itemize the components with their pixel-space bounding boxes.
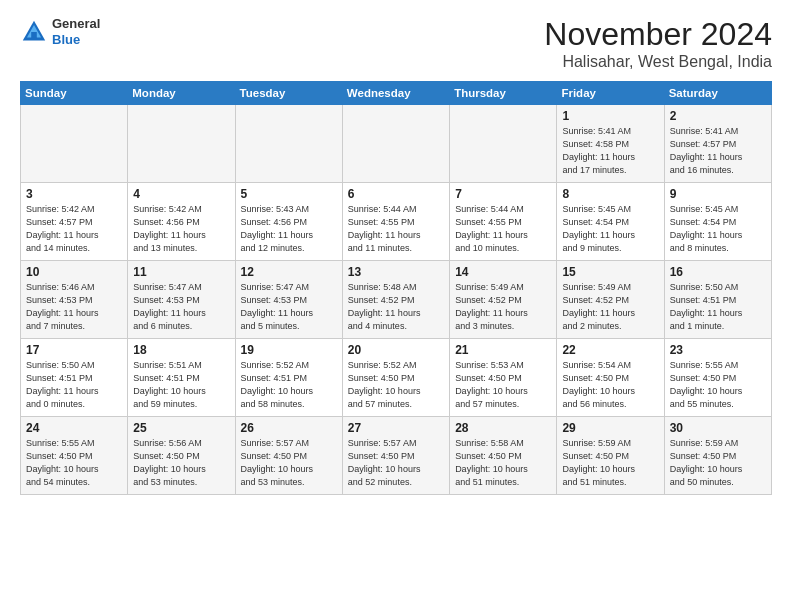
day-number: 17 (26, 343, 122, 357)
day-info: Sunrise: 5:54 AM Sunset: 4:50 PM Dayligh… (562, 359, 658, 411)
day-cell: 16Sunrise: 5:50 AM Sunset: 4:51 PM Dayli… (664, 261, 771, 339)
day-number: 22 (562, 343, 658, 357)
day-cell: 15Sunrise: 5:49 AM Sunset: 4:52 PM Dayli… (557, 261, 664, 339)
day-info: Sunrise: 5:53 AM Sunset: 4:50 PM Dayligh… (455, 359, 551, 411)
day-number: 12 (241, 265, 337, 279)
day-number: 29 (562, 421, 658, 435)
day-cell: 8Sunrise: 5:45 AM Sunset: 4:54 PM Daylig… (557, 183, 664, 261)
day-number: 18 (133, 343, 229, 357)
day-info: Sunrise: 5:51 AM Sunset: 4:51 PM Dayligh… (133, 359, 229, 411)
day-number: 7 (455, 187, 551, 201)
day-cell: 12Sunrise: 5:47 AM Sunset: 4:53 PM Dayli… (235, 261, 342, 339)
location: Halisahar, West Bengal, India (544, 53, 772, 71)
day-cell: 6Sunrise: 5:44 AM Sunset: 4:55 PM Daylig… (342, 183, 449, 261)
day-number: 6 (348, 187, 444, 201)
day-number: 8 (562, 187, 658, 201)
day-cell: 2Sunrise: 5:41 AM Sunset: 4:57 PM Daylig… (664, 105, 771, 183)
day-number: 27 (348, 421, 444, 435)
day-info: Sunrise: 5:49 AM Sunset: 4:52 PM Dayligh… (455, 281, 551, 333)
day-cell: 19Sunrise: 5:52 AM Sunset: 4:51 PM Dayli… (235, 339, 342, 417)
day-number: 30 (670, 421, 766, 435)
day-info: Sunrise: 5:47 AM Sunset: 4:53 PM Dayligh… (133, 281, 229, 333)
day-cell: 20Sunrise: 5:52 AM Sunset: 4:50 PM Dayli… (342, 339, 449, 417)
day-info: Sunrise: 5:44 AM Sunset: 4:55 PM Dayligh… (348, 203, 444, 255)
day-number: 21 (455, 343, 551, 357)
day-info: Sunrise: 5:52 AM Sunset: 4:50 PM Dayligh… (348, 359, 444, 411)
day-info: Sunrise: 5:49 AM Sunset: 4:52 PM Dayligh… (562, 281, 658, 333)
day-number: 25 (133, 421, 229, 435)
day-cell: 26Sunrise: 5:57 AM Sunset: 4:50 PM Dayli… (235, 417, 342, 495)
title-area: November 2024 Halisahar, West Bengal, In… (544, 16, 772, 71)
week-row-4: 17Sunrise: 5:50 AM Sunset: 4:51 PM Dayli… (21, 339, 772, 417)
day-number: 2 (670, 109, 766, 123)
day-cell: 23Sunrise: 5:55 AM Sunset: 4:50 PM Dayli… (664, 339, 771, 417)
day-number: 15 (562, 265, 658, 279)
day-number: 3 (26, 187, 122, 201)
day-cell: 7Sunrise: 5:44 AM Sunset: 4:55 PM Daylig… (450, 183, 557, 261)
svg-rect-2 (31, 32, 37, 39)
day-info: Sunrise: 5:56 AM Sunset: 4:50 PM Dayligh… (133, 437, 229, 489)
day-info: Sunrise: 5:42 AM Sunset: 4:56 PM Dayligh… (133, 203, 229, 255)
day-cell: 9Sunrise: 5:45 AM Sunset: 4:54 PM Daylig… (664, 183, 771, 261)
day-info: Sunrise: 5:55 AM Sunset: 4:50 PM Dayligh… (670, 359, 766, 411)
week-row-3: 10Sunrise: 5:46 AM Sunset: 4:53 PM Dayli… (21, 261, 772, 339)
day-cell (235, 105, 342, 183)
day-info: Sunrise: 5:47 AM Sunset: 4:53 PM Dayligh… (241, 281, 337, 333)
day-cell: 1Sunrise: 5:41 AM Sunset: 4:58 PM Daylig… (557, 105, 664, 183)
day-info: Sunrise: 5:46 AM Sunset: 4:53 PM Dayligh… (26, 281, 122, 333)
day-cell: 18Sunrise: 5:51 AM Sunset: 4:51 PM Dayli… (128, 339, 235, 417)
day-info: Sunrise: 5:55 AM Sunset: 4:50 PM Dayligh… (26, 437, 122, 489)
day-number: 19 (241, 343, 337, 357)
day-cell: 24Sunrise: 5:55 AM Sunset: 4:50 PM Dayli… (21, 417, 128, 495)
day-cell: 3Sunrise: 5:42 AM Sunset: 4:57 PM Daylig… (21, 183, 128, 261)
day-info: Sunrise: 5:57 AM Sunset: 4:50 PM Dayligh… (348, 437, 444, 489)
day-cell: 5Sunrise: 5:43 AM Sunset: 4:56 PM Daylig… (235, 183, 342, 261)
col-header-thursday: Thursday (450, 82, 557, 105)
day-info: Sunrise: 5:52 AM Sunset: 4:51 PM Dayligh… (241, 359, 337, 411)
day-cell: 4Sunrise: 5:42 AM Sunset: 4:56 PM Daylig… (128, 183, 235, 261)
calendar-table: SundayMondayTuesdayWednesdayThursdayFrid… (20, 81, 772, 495)
day-number: 4 (133, 187, 229, 201)
day-number: 24 (26, 421, 122, 435)
col-header-tuesday: Tuesday (235, 82, 342, 105)
day-info: Sunrise: 5:43 AM Sunset: 4:56 PM Dayligh… (241, 203, 337, 255)
day-number: 9 (670, 187, 766, 201)
month-title: November 2024 (544, 16, 772, 53)
day-info: Sunrise: 5:48 AM Sunset: 4:52 PM Dayligh… (348, 281, 444, 333)
logo-blue: Blue (52, 32, 100, 48)
day-number: 5 (241, 187, 337, 201)
day-number: 14 (455, 265, 551, 279)
day-number: 1 (562, 109, 658, 123)
logo-general: General (52, 16, 100, 32)
day-cell (450, 105, 557, 183)
logo: General Blue (20, 16, 100, 47)
week-row-1: 1Sunrise: 5:41 AM Sunset: 4:58 PM Daylig… (21, 105, 772, 183)
day-info: Sunrise: 5:50 AM Sunset: 4:51 PM Dayligh… (670, 281, 766, 333)
col-header-wednesday: Wednesday (342, 82, 449, 105)
header-row: SundayMondayTuesdayWednesdayThursdayFrid… (21, 82, 772, 105)
day-info: Sunrise: 5:57 AM Sunset: 4:50 PM Dayligh… (241, 437, 337, 489)
col-header-friday: Friday (557, 82, 664, 105)
day-cell: 10Sunrise: 5:46 AM Sunset: 4:53 PM Dayli… (21, 261, 128, 339)
day-cell: 21Sunrise: 5:53 AM Sunset: 4:50 PM Dayli… (450, 339, 557, 417)
day-cell (128, 105, 235, 183)
col-header-saturday: Saturday (664, 82, 771, 105)
day-cell (342, 105, 449, 183)
day-number: 28 (455, 421, 551, 435)
day-info: Sunrise: 5:59 AM Sunset: 4:50 PM Dayligh… (670, 437, 766, 489)
day-number: 26 (241, 421, 337, 435)
page: General Blue November 2024 Halisahar, We… (0, 0, 792, 505)
day-info: Sunrise: 5:45 AM Sunset: 4:54 PM Dayligh… (562, 203, 658, 255)
day-info: Sunrise: 5:45 AM Sunset: 4:54 PM Dayligh… (670, 203, 766, 255)
day-cell: 27Sunrise: 5:57 AM Sunset: 4:50 PM Dayli… (342, 417, 449, 495)
day-info: Sunrise: 5:50 AM Sunset: 4:51 PM Dayligh… (26, 359, 122, 411)
day-cell (21, 105, 128, 183)
day-info: Sunrise: 5:58 AM Sunset: 4:50 PM Dayligh… (455, 437, 551, 489)
day-info: Sunrise: 5:44 AM Sunset: 4:55 PM Dayligh… (455, 203, 551, 255)
day-cell: 30Sunrise: 5:59 AM Sunset: 4:50 PM Dayli… (664, 417, 771, 495)
day-info: Sunrise: 5:41 AM Sunset: 4:58 PM Dayligh… (562, 125, 658, 177)
col-header-monday: Monday (128, 82, 235, 105)
day-number: 10 (26, 265, 122, 279)
day-cell: 11Sunrise: 5:47 AM Sunset: 4:53 PM Dayli… (128, 261, 235, 339)
logo-text: General Blue (52, 16, 100, 47)
